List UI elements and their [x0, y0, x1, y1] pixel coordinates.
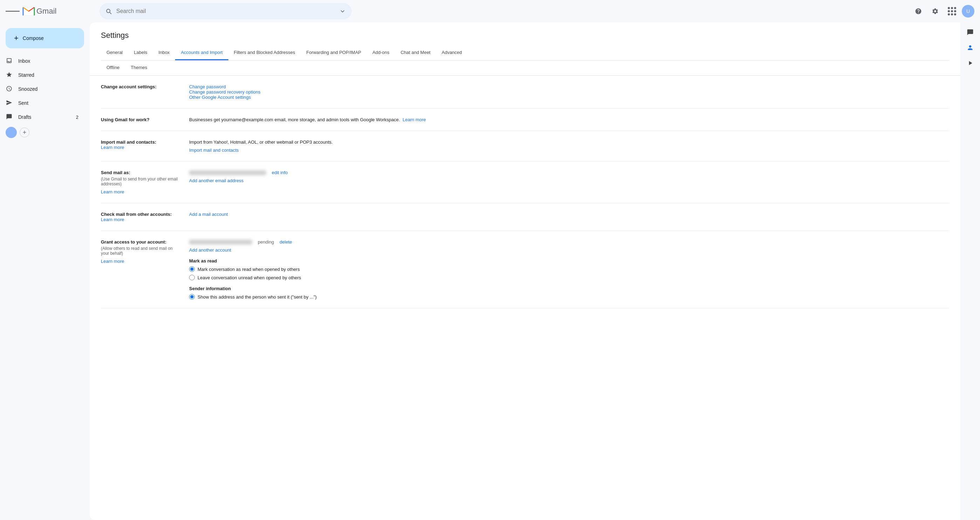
sidebar-item-drafts[interactable]: Drafts 2 [0, 110, 84, 124]
sender-info-radio-group: Show this address and the person who sen… [189, 294, 949, 300]
send-mail-value: edit info delete [189, 170, 949, 195]
send-mail-learn-more[interactable]: Learn more [101, 189, 178, 195]
radio-leave-unread-input[interactable] [189, 275, 195, 280]
layout: + Compose Inbox Starred Snoozed [0, 22, 980, 520]
annotation-container: edit info delete [189, 170, 949, 175]
settings-button[interactable] [928, 4, 942, 18]
snoozed-icon [6, 86, 13, 93]
gmail-label: Gmail [37, 6, 56, 16]
radio-mark-read[interactable]: Mark conversation as read when opened by… [189, 266, 949, 272]
inbox-icon [6, 57, 13, 65]
sent-label: Sent [18, 100, 78, 106]
topbar-left: Gmail [6, 4, 97, 18]
grant-email-row: pending delete [189, 239, 949, 244]
setting-send-mail: Send mail as: (Use Gmail to send from yo… [101, 161, 949, 203]
right-people-icon[interactable] [963, 41, 977, 55]
add-account-button[interactable]: + [20, 128, 29, 137]
search-bar[interactable] [99, 3, 352, 19]
gmail-work-learn-more[interactable]: Learn more [402, 117, 426, 122]
import-mail-label: Import mail and contacts: Learn more [101, 139, 178, 153]
compose-label: Compose [23, 35, 44, 41]
search-icon [105, 8, 112, 15]
import-mail-action[interactable]: Import mail and contacts [189, 148, 949, 153]
check-mail-value: Add a mail account [189, 212, 949, 222]
import-mail-learn-more[interactable]: Learn more [101, 145, 124, 150]
right-chat-icon[interactable] [963, 25, 977, 39]
help-button[interactable] [912, 4, 925, 18]
sidebar-item-starred[interactable]: Starred [0, 68, 84, 82]
setting-gmail-work: Using Gmail for work? Businesses get you… [101, 108, 949, 131]
add-mail-account-action[interactable]: Add a mail account [189, 212, 949, 217]
google-account-link[interactable]: Other Google Account settings [189, 95, 251, 100]
gmail-work-label: Using Gmail for work? [101, 117, 178, 122]
drafts-label: Drafts [18, 114, 70, 120]
tab-forwarding[interactable]: Forwarding and POP/IMAP [301, 46, 367, 60]
search-dropdown-icon[interactable] [339, 8, 346, 15]
settings-header: Settings General Labels Inbox Accounts a… [90, 22, 960, 61]
gmail-work-value: Businesses get yourname@example.com emai… [189, 117, 949, 122]
gmail-m-icon [22, 6, 35, 16]
tabs-bar: General Labels Inbox Accounts and Import… [101, 46, 949, 61]
sidebar: + Compose Inbox Starred Snoozed [0, 22, 90, 520]
radio-mark-read-label: Mark conversation as read when opened by… [197, 266, 300, 272]
change-account-label: Change account settings: [101, 84, 178, 100]
avatar[interactable]: U [962, 5, 974, 18]
settings-body: Change account settings: Change password… [90, 76, 960, 308]
gmail-work-description: Businesses get yourname@example.com emai… [189, 117, 400, 122]
add-email-action[interactable]: Add another email address [189, 178, 949, 183]
apps-button[interactable] [945, 4, 959, 18]
sender-info-label: Sender information [189, 286, 949, 291]
tab-accounts[interactable]: Accounts and Import [175, 46, 228, 60]
tab-advanced[interactable]: Advanced [436, 46, 468, 60]
change-account-value: Change password Change password recovery… [189, 84, 949, 100]
drafts-badge: 2 [76, 115, 78, 120]
grant-status: pending [258, 239, 274, 244]
starred-icon [6, 72, 13, 79]
radio-show-address-input[interactable] [189, 294, 195, 300]
grant-access-learn-more[interactable]: Learn more [101, 258, 178, 264]
check-mail-label: Check mail from other accounts: Learn mo… [101, 212, 178, 222]
compose-button[interactable]: + Compose [6, 28, 84, 48]
grant-access-sublabel: (Allow others to read and send mail on y… [101, 246, 178, 256]
tab-offline[interactable]: Offline [101, 61, 125, 75]
tab-addons[interactable]: Add-ons [367, 46, 395, 60]
setting-change-account: Change account settings: Change password… [101, 76, 949, 108]
setting-grant-access: Grant access to your account: (Allow oth… [101, 231, 949, 308]
radio-mark-read-input[interactable] [189, 266, 195, 272]
tab-labels[interactable]: Labels [128, 46, 153, 60]
change-recovery-link[interactable]: Change password recovery options [189, 89, 261, 95]
radio-show-address[interactable]: Show this address and the person who sen… [189, 294, 949, 300]
drafts-icon [6, 113, 13, 121]
sidebar-item-inbox[interactable]: Inbox [0, 54, 84, 68]
grant-delete-link[interactable]: delete [280, 239, 292, 244]
tab-filters[interactable]: Filters and Blocked Addresses [228, 46, 301, 60]
tab-themes[interactable]: Themes [125, 61, 153, 75]
check-mail-learn-more[interactable]: Learn more [101, 217, 124, 222]
help-icon [915, 8, 922, 15]
add-account-action[interactable]: Add another account [189, 247, 949, 253]
sidebar-item-snoozed[interactable]: Snoozed [0, 82, 84, 96]
sidebar-item-sent[interactable]: Sent [0, 96, 84, 110]
tab-inbox[interactable]: Inbox [153, 46, 175, 60]
menu-icon[interactable] [6, 4, 20, 18]
settings-title: Settings [101, 31, 949, 40]
compose-plus-icon: + [14, 33, 19, 43]
tab-general[interactable]: General [101, 46, 128, 60]
tab-chat[interactable]: Chat and Meet [395, 46, 436, 60]
main-content: Settings General Labels Inbox Accounts a… [90, 22, 960, 520]
right-expand-icon[interactable] [963, 56, 977, 70]
grant-access-value: pending delete Add another account Mark … [189, 239, 949, 300]
setting-import-mail: Import mail and contacts: Learn more Imp… [101, 131, 949, 161]
radio-leave-unread[interactable]: Leave conversation unread when opened by… [189, 275, 949, 280]
radio-show-address-label: Show this address and the person who sen… [197, 294, 317, 300]
grant-email-blurred [189, 240, 252, 244]
edit-info-link[interactable]: edit info [272, 170, 288, 175]
change-password-link[interactable]: Change password [189, 84, 226, 89]
send-mail-label: Send mail as: (Use Gmail to send from yo… [101, 170, 178, 195]
sender-info-section: Sender information Show this address and… [189, 286, 949, 300]
apps-icon [948, 7, 956, 16]
mark-as-read-section: Mark as read Mark conversation as read w… [189, 258, 949, 280]
email-blurred [189, 170, 266, 175]
search-input[interactable] [116, 8, 335, 14]
sidebar-user-avatar[interactable] [6, 127, 17, 138]
